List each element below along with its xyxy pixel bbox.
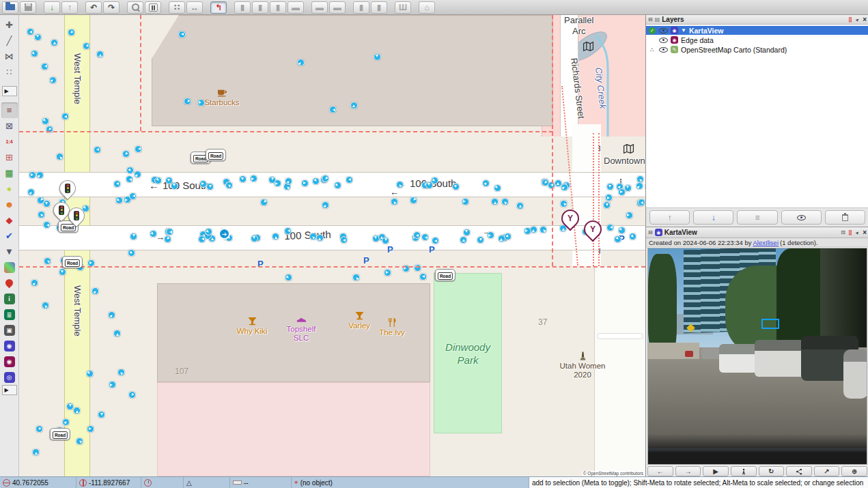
next-photo-button[interactable]: → <box>675 466 701 476</box>
kartaview-photo-marker[interactable] <box>638 199 645 206</box>
authors-dialog[interactable]: ☻ <box>1 197 18 212</box>
kartaview-photo-marker[interactable] <box>42 117 49 125</box>
kartaview-photo-marker[interactable] <box>61 113 69 120</box>
kartaview-photo-marker[interactable] <box>96 51 104 58</box>
kartaview-photo-marker[interactable] <box>76 437 83 445</box>
kartaview-photo-marker[interactable] <box>113 330 121 337</box>
previous-photo-button[interactable]: ← <box>647 466 673 476</box>
kartaview-photo-marker[interactable] <box>501 198 509 205</box>
kartaview-photo-marker[interactable] <box>603 201 611 209</box>
pin-icon[interactable]: ► <box>854 16 861 23</box>
kartaview-photo-marker[interactable] <box>135 145 142 153</box>
kartaview-photo-marker[interactable] <box>94 146 101 154</box>
vehicle-preset-2[interactable]: ▬ <box>329 1 346 14</box>
kartaview-photo-marker[interactable] <box>452 183 460 190</box>
bridge-preset[interactable]: Ш <box>395 1 411 14</box>
collapse-icon[interactable]: ⊟ <box>648 17 653 23</box>
kartaview-photo-marker[interactable] <box>115 197 123 204</box>
kartaview-photo-marker[interactable] <box>122 150 130 158</box>
unglue-node-tool[interactable]: ∷ <box>169 1 185 14</box>
road-sign-bubble[interactable]: Road <box>435 269 456 281</box>
kartaview-photo-marker[interactable] <box>126 167 134 174</box>
kartaview-photo-marker[interactable] <box>98 411 105 418</box>
kartaview-photo-marker[interactable] <box>129 192 137 200</box>
map-style-dialog[interactable]: ▦ <box>1 165 18 181</box>
kartaview-photo-marker[interactable] <box>92 287 99 295</box>
road-sign-bubble[interactable]: Road <box>50 428 70 440</box>
draw-way-tool[interactable]: ╱ <box>1 33 18 48</box>
toggle-layer-visibility-button[interactable] <box>781 210 822 225</box>
kartaview-photo-marker[interactable] <box>431 177 438 184</box>
kartaview-photo-marker[interactable] <box>251 235 258 242</box>
kartaview-photo-marker[interactable] <box>346 176 353 184</box>
scale-dialog[interactable]: 1:4 <box>1 134 18 149</box>
layer-visibility-eye-icon[interactable] <box>659 37 668 44</box>
kartaview-photo-marker[interactable] <box>113 180 121 188</box>
expand-more-arrow[interactable]: ▶ <box>2 385 17 395</box>
kartaview-photo-marker[interactable] <box>374 53 381 61</box>
imagery-block-2[interactable]: ▮ <box>252 1 268 14</box>
kartaview-photo-marker[interactable] <box>463 229 471 236</box>
kartaview-photo-marker[interactable] <box>134 171 141 178</box>
kartaview-photo-marker[interactable] <box>56 153 64 160</box>
kartaview-photo-marker[interactable] <box>561 184 568 191</box>
kartaview-photo-marker[interactable] <box>301 180 309 187</box>
kartaview-photo-marker[interactable] <box>87 425 94 433</box>
dock-grid-icon[interactable]: ⣿ <box>848 16 852 23</box>
kartaview-photo-marker[interactable] <box>109 381 116 388</box>
kartaview-photo-marker[interactable] <box>117 369 125 376</box>
kartaview-photo-marker[interactable] <box>626 212 633 219</box>
imagery-block-4[interactable]: ▬ <box>288 1 304 14</box>
street-photo[interactable] <box>647 248 867 465</box>
kartaview-photo-marker[interactable] <box>309 233 317 240</box>
kartaview-photo-marker[interactable] <box>128 391 136 399</box>
kartaview-photo-marker[interactable] <box>432 237 439 244</box>
kartaview-photo-marker[interactable] <box>414 264 421 272</box>
open-file[interactable] <box>2 1 18 14</box>
tags-dialog[interactable]: ⊠ <box>1 118 18 134</box>
kartaview-photo-marker[interactable] <box>225 182 233 189</box>
kartaview-photo-marker[interactable] <box>68 29 75 36</box>
info-dialog[interactable]: i <box>1 291 18 306</box>
kartaview-photo-marker[interactable] <box>178 31 186 38</box>
kartaview-photo-marker[interactable] <box>462 198 469 205</box>
road-sign-bubble[interactable]: Road <box>206 149 226 161</box>
kartaview-photo-marker[interactable] <box>130 233 137 240</box>
kartaview-photo-marker[interactable] <box>197 99 205 106</box>
notes-dialog[interactable]: ● <box>1 181 18 197</box>
upload-data[interactable]: ↑ <box>61 1 78 14</box>
kartaview-photo-marker[interactable] <box>413 231 421 239</box>
kartaview-photo-marker[interactable] <box>350 102 358 109</box>
close-icon[interactable]: × <box>863 229 867 236</box>
kartaview-photo-marker[interactable] <box>322 201 329 209</box>
merge-overlap-tool[interactable]: ⋈ <box>1 48 18 64</box>
door-preset-2[interactable]: ▮ <box>371 1 387 14</box>
road-sign-bubble[interactable]: Road <box>62 256 83 268</box>
kartaview-photo-marker[interactable] <box>316 234 324 242</box>
kartaview-photo-marker[interactable] <box>43 200 51 207</box>
collapse-icon[interactable]: ⊟ <box>648 230 653 235</box>
preferences[interactable] <box>145 1 161 14</box>
imagery-offset-dialog[interactable]: ▣ <box>1 322 18 338</box>
kartaview-photo-marker[interactable] <box>396 181 404 188</box>
share-button[interactable] <box>786 466 812 476</box>
kartaview-layer-button[interactable]: ◎ <box>1 369 18 385</box>
layer-row-edge-data[interactable]: ◉Edge data <box>646 35 868 44</box>
kartaview-photo-marker[interactable] <box>524 227 531 235</box>
kartaview-photo-marker[interactable] <box>36 171 44 179</box>
authors-info-dialog[interactable]: ≣ <box>1 306 18 322</box>
kartaview-photo-marker[interactable] <box>62 418 70 426</box>
layers-dialog[interactable]: ≡ <box>1 102 18 118</box>
kartaview-photo-marker[interactable] <box>42 302 49 309</box>
walk-mode-button[interactable] <box>731 466 757 476</box>
resize-icon[interactable]: ⊡ <box>841 230 845 235</box>
kartaview-photo-marker[interactable] <box>487 231 494 239</box>
layer-row-openstreetmap-carto-standard-[interactable]: ∴✎OpenStreetMap Carto (Standard) <box>646 45 868 54</box>
validator-dialog[interactable]: ✔ <box>1 228 18 244</box>
kartaview-photo-marker[interactable] <box>51 39 58 46</box>
layer-row-kartaview[interactable]: ✓◉▼KartaView <box>646 26 868 35</box>
zoom-to-selection[interactable] <box>127 1 143 14</box>
paint-styles-dialog[interactable] <box>1 259 18 275</box>
kartaview-photo-marker[interactable] <box>560 200 568 207</box>
kartaview-photo-marker[interactable] <box>44 257 51 265</box>
